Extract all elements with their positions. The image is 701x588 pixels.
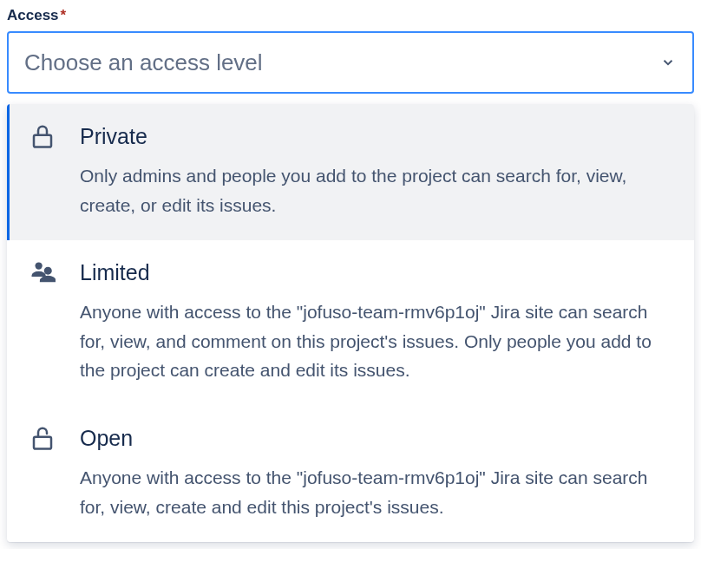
- access-dropdown-panel: Private Only admins and people you add t…: [7, 104, 694, 542]
- option-body: Limited Anyone with access to the "jofus…: [80, 259, 672, 385]
- svg-rect-0: [34, 135, 51, 147]
- access-option-limited[interactable]: Limited Anyone with access to the "jofus…: [7, 240, 694, 406]
- svg-point-1: [36, 263, 43, 270]
- access-field-label: Access *: [7, 7, 694, 24]
- field-label-text: Access: [7, 7, 59, 24]
- option-title: Private: [80, 123, 672, 149]
- access-select-trigger[interactable]: Choose an access level: [7, 31, 694, 94]
- svg-point-2: [44, 267, 52, 275]
- svg-rect-3: [34, 437, 51, 449]
- chevron-down-icon: [659, 54, 677, 71]
- lock-closed-icon: [29, 123, 56, 149]
- people-icon: [29, 259, 56, 285]
- access-select-placeholder: Choose an access level: [24, 49, 263, 76]
- option-body: Open Anyone with access to the "jofuso-t…: [80, 425, 672, 521]
- access-option-private[interactable]: Private Only admins and people you add t…: [7, 104, 694, 240]
- option-description: Anyone with access to the "jofuso-team-r…: [80, 463, 672, 521]
- required-asterisk: *: [61, 7, 67, 24]
- option-description: Anyone with access to the "jofuso-team-r…: [80, 297, 672, 385]
- access-option-open[interactable]: Open Anyone with access to the "jofuso-t…: [7, 406, 694, 542]
- lock-open-icon: [29, 425, 56, 451]
- option-body: Private Only admins and people you add t…: [80, 123, 672, 219]
- option-title: Limited: [80, 259, 672, 285]
- option-title: Open: [80, 425, 672, 451]
- option-description: Only admins and people you add to the pr…: [80, 161, 672, 219]
